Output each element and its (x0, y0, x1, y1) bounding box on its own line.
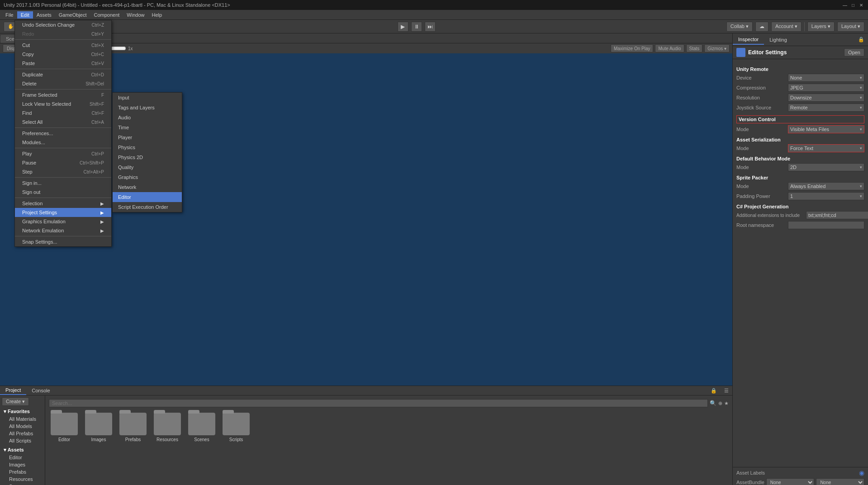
layers-btn[interactable]: Layers ▾ (807, 22, 835, 32)
submenu-editor[interactable]: Editor (113, 192, 182, 202)
menu-assets[interactable]: Assets (33, 11, 55, 19)
tab-console[interactable]: Console (26, 386, 55, 395)
submenu-physics[interactable]: Physics (113, 142, 182, 152)
menu-snap-settings[interactable]: Snap Settings... (15, 237, 111, 246)
db-mode-value[interactable]: 2D ▾ (788, 163, 864, 171)
maximize-on-play-btn[interactable]: Maximize On Play (611, 44, 654, 52)
menu-gameobject[interactable]: GameObject (55, 11, 90, 19)
tab-lighting[interactable]: Lighting (764, 35, 792, 44)
menu-frame-selected[interactable]: Frame Selected F (15, 90, 111, 99)
device-value[interactable]: None ▾ (788, 74, 864, 82)
vc-mode-value[interactable]: Visible Meta Files ▾ (788, 125, 864, 133)
namespace-input[interactable] (788, 221, 864, 229)
submenu-input[interactable]: Input (113, 93, 182, 103)
submenu-network[interactable]: Network (113, 182, 182, 192)
asset-bundle-select-1[interactable]: None (766, 478, 815, 485)
tab-inspector[interactable]: Inspector (733, 35, 764, 45)
compression-value[interactable]: JPEG ▾ (788, 84, 864, 92)
folder-scripts[interactable]: Scripts (221, 411, 251, 444)
sp-mode-value[interactable]: Always Enabled ▾ (788, 182, 864, 190)
menu-copy[interactable]: Copy Ctrl+C (15, 50, 111, 59)
as-mode-value[interactable]: Force Text ▾ (788, 144, 864, 152)
menu-help[interactable]: Help (148, 11, 166, 19)
menu-play[interactable]: Play Ctrl+P (15, 149, 111, 158)
bottom-panel-menu[interactable]: ☰ (721, 388, 732, 394)
menu-project-settings[interactable]: Project Settings ▶ (15, 208, 111, 217)
ext-input[interactable] (806, 211, 868, 219)
folder-scenes[interactable]: Scenes (186, 411, 217, 444)
menu-window[interactable]: Window (123, 11, 148, 19)
all-prefabs-item[interactable]: All Prefabs (2, 430, 43, 437)
open-btn[interactable]: Open (844, 48, 864, 57)
layout-btn[interactable]: Layout ▾ (837, 22, 864, 32)
close-btn[interactable]: ✕ (858, 2, 864, 8)
folder-resources[interactable]: Resources (152, 411, 183, 444)
star-icon[interactable]: ★ (724, 400, 729, 406)
menu-sign-in[interactable]: Sign in... (15, 179, 111, 188)
account-btn[interactable]: Account ▾ (771, 22, 802, 32)
assets-resources-item[interactable]: Resources (2, 476, 43, 483)
assets-scenes-item[interactable]: Scenes (2, 483, 43, 485)
menu-graphics-emulation[interactable]: Graphics Emulation ▶ (15, 217, 111, 226)
menu-network-emulation[interactable]: Network Emulation ▶ (15, 226, 111, 235)
collab-btn[interactable]: Collab ▾ (726, 22, 753, 32)
menu-select-all[interactable]: Select All Ctrl+A (15, 118, 111, 127)
menu-lock-view[interactable]: Lock View to Selected Shift+F (15, 99, 111, 108)
inspector-lock[interactable]: 🔒 (854, 37, 868, 42)
pause-btn[interactable]: ⏸ (411, 22, 422, 32)
submenu-time[interactable]: Time (113, 122, 182, 132)
asset-bundle-select-2[interactable]: None (816, 478, 864, 485)
menu-sign-out[interactable]: Sign out (15, 188, 111, 197)
menu-edit[interactable]: Edit (17, 11, 33, 19)
menu-step[interactable]: Step Ctrl+Alt+P (15, 167, 111, 176)
submenu-audio[interactable]: Audio (113, 113, 182, 122)
inspector-content: Unity Remote Device None ▾ Compression J… (733, 59, 868, 467)
submenu-player[interactable]: Player (113, 132, 182, 142)
assets-editor-item[interactable]: Editor (2, 454, 43, 461)
resolution-value[interactable]: Downsize ▾ (788, 94, 864, 102)
menu-pause[interactable]: Pause Ctrl+Shift+P (15, 158, 111, 167)
menu-paste[interactable]: Paste Ctrl+V (15, 59, 111, 68)
joystick-value[interactable]: Remote ▾ (788, 104, 864, 112)
submenu-graphics[interactable]: Graphics (113, 172, 182, 182)
all-materials-item[interactable]: All Materials (2, 415, 43, 423)
cloud-btn[interactable]: ☁ (755, 22, 768, 32)
gizmos-btn[interactable]: Gizmos ▾ (704, 44, 730, 52)
folder-prefabs[interactable]: Prefabs (118, 411, 148, 444)
stats-btn[interactable]: Stats (686, 44, 703, 52)
menu-duplicate[interactable]: Duplicate Ctrl+D (15, 70, 111, 79)
assets-prefabs-item[interactable]: Prefabs (2, 468, 43, 476)
folder-editor[interactable]: Editor (49, 411, 80, 444)
menu-cut[interactable]: Cut Ctrl+X (15, 41, 111, 50)
all-models-item[interactable]: All Models (2, 423, 43, 430)
submenu-quality[interactable]: Quality (113, 162, 182, 172)
submenu-script-execution[interactable]: Script Execution Order (113, 202, 182, 212)
filter-icon[interactable]: ⊕ (718, 400, 722, 406)
menu-component[interactable]: Component (90, 11, 123, 19)
create-btn[interactable]: Create ▾ (2, 397, 29, 406)
asset-labels-icon[interactable]: ◉ (859, 469, 864, 476)
menu-modules[interactable]: Modules... (15, 138, 111, 147)
assets-images-item[interactable]: Images (2, 461, 43, 468)
menu-preferences[interactable]: Preferences... (15, 129, 111, 138)
assets-search[interactable] (49, 399, 708, 407)
search-icon[interactable]: 🔍 (710, 400, 716, 406)
padding-value[interactable]: 1 ▾ (788, 192, 864, 200)
step-btn[interactable]: ⏭ (425, 22, 436, 32)
maximize-btn[interactable]: □ (850, 2, 856, 8)
tab-project[interactable]: Project (0, 386, 26, 395)
bottom-panel-lock[interactable]: 🔒 (707, 388, 721, 394)
play-btn[interactable]: ▶ (398, 22, 408, 32)
folder-images[interactable]: Images (83, 411, 114, 444)
submenu-physics-2d[interactable]: Physics 2D (113, 152, 182, 162)
menu-undo[interactable]: Undo Selection Change Ctrl+Z (15, 20, 111, 29)
menu-find[interactable]: Find Ctrl+F (15, 108, 111, 118)
menu-selection[interactable]: Selection ▶ (15, 199, 111, 208)
submenu-tags-layers[interactable]: Tags and Layers (113, 103, 182, 113)
menu-delete[interactable]: Delete Shift+Del (15, 79, 111, 88)
menu-file[interactable]: File (2, 11, 17, 19)
minimize-btn[interactable]: — (842, 2, 848, 8)
menu-redo[interactable]: Redo Ctrl+Y (15, 29, 111, 38)
all-scripts-item[interactable]: All Scripts (2, 437, 43, 444)
mute-audio-btn[interactable]: Mute Audio (655, 44, 684, 52)
